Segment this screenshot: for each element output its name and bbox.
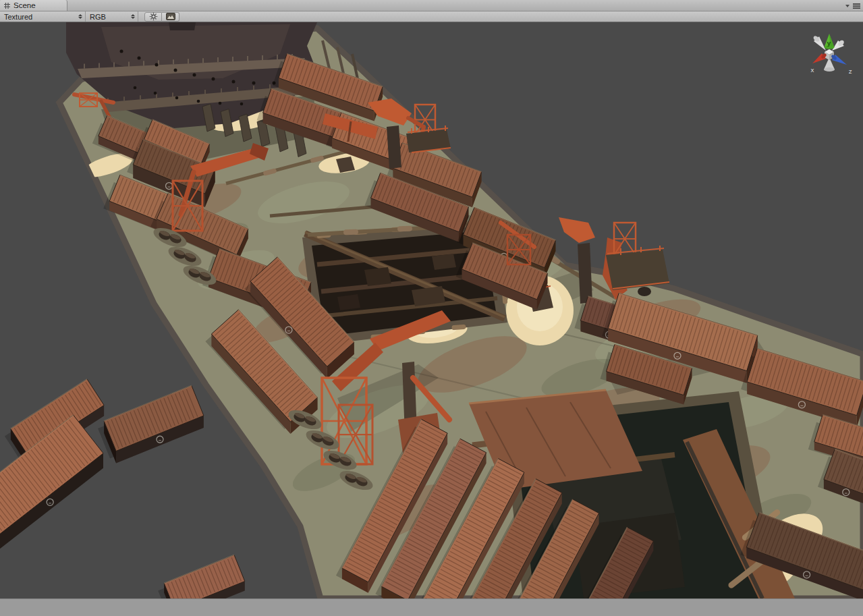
scene-toolbar: Textured RGB — [0, 11, 863, 22]
tab-scene[interactable]: Scene — [0, 0, 67, 11]
bottom-bar — [0, 598, 863, 616]
scene-view-window: Scene Textured RGB — [0, 0, 863, 616]
dropdown-arrows-icon — [131, 14, 135, 19]
window-dropdown-icon[interactable] — [845, 5, 850, 7]
sun-icon — [149, 12, 158, 21]
scene-viewport[interactable]: y x z — [0, 22, 863, 598]
draw-mode-value: Textured — [4, 13, 76, 21]
window-hamburger-menu-icon[interactable] — [853, 3, 860, 9]
orientation-gizmo[interactable]: y x z — [799, 25, 860, 86]
axis-z-label: z — [849, 68, 852, 75]
dropdown-arrows-icon — [78, 14, 82, 19]
color-mode-value: RGB — [90, 13, 128, 21]
axis-x-label: x — [810, 67, 814, 74]
grid-icon — [3, 2, 11, 9]
tab-bar: Scene — [0, 0, 863, 11]
color-mode-dropdown[interactable]: RGB — [86, 11, 138, 22]
draw-mode-dropdown[interactable]: Textured — [0, 11, 86, 22]
axis-y-label: y — [827, 40, 831, 47]
lighting-toggle-button[interactable] — [144, 12, 162, 22]
scene-render — [0, 22, 863, 598]
image-icon — [166, 13, 175, 20]
effects-toggle-button[interactable] — [162, 12, 179, 22]
tab-scene-label: Scene — [13, 1, 36, 9]
